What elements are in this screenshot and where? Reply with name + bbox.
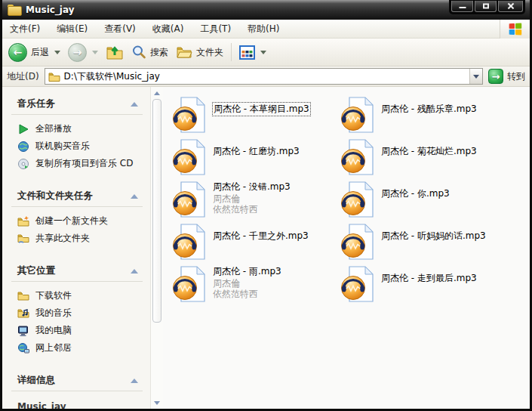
file-tile[interactable]: 周杰伦 - 雨.mp3周杰倫依然范特西	[172, 265, 340, 301]
windows-logo-icon	[509, 23, 522, 36]
file-column: 周杰伦 - 残酷乐章.mp3 周杰伦 - 菊花灿烂.mp3 周杰伦 - 你.mp…	[340, 96, 509, 307]
chevron-up-icon[interactable]	[131, 379, 138, 383]
sidebar-item[interactable]: 下载软件	[11, 287, 143, 304]
menu-item[interactable]: 收藏(A)	[152, 23, 184, 36]
sidebar-item[interactable]: 共享此文件夹	[11, 230, 143, 247]
title-bar[interactable]: Music_jay	[2, 0, 530, 20]
mp3-file-icon	[172, 138, 207, 176]
address-input[interactable]: D:\下载软件\Music_jay	[45, 68, 483, 85]
mp3-file-icon	[340, 181, 375, 218]
file-artist: 周杰倫	[213, 193, 291, 204]
sidebar-item-label: 全部播放	[35, 122, 72, 134]
file-album: 依然范特西	[213, 204, 291, 215]
scroll-up-button[interactable]	[151, 88, 163, 98]
sidebar-item-label: 我的音乐	[35, 307, 72, 319]
globe-icon	[17, 141, 29, 153]
main-area: 音乐任务全部播放联机购买音乐复制所有项目到音乐 CD文件和文件夹任务创建一个新文…	[2, 87, 530, 409]
menu-item[interactable]: 编辑(E)	[57, 23, 88, 36]
file-tile[interactable]: 周杰伦 - 红磨坊.mp3	[172, 138, 340, 175]
file-name[interactable]: 周杰伦 - 没错.mp3	[213, 181, 291, 193]
menu-item[interactable]: 帮助(H)	[248, 23, 279, 36]
section-header[interactable]: 其它位置	[11, 263, 143, 282]
task-pane: 音乐任务全部播放联机购买音乐复制所有项目到音乐 CD文件和文件夹任务创建一个新文…	[2, 87, 150, 409]
search-button[interactable]: 搜索	[131, 45, 168, 60]
go-button[interactable]: → 转到	[488, 69, 525, 84]
file-name[interactable]: 周杰伦 - 走到最后.mp3	[381, 272, 477, 285]
section-header[interactable]: 音乐任务	[11, 96, 143, 115]
file-tile[interactable]: 周杰伦 - 你.mp3	[340, 181, 509, 217]
menu-bar: 文件(F)编辑(E)查看(V)收藏(A)工具(T)帮助(H)	[2, 20, 530, 39]
file-tile[interactable]: 周杰伦 - 本草纲目.mp3	[172, 96, 340, 132]
back-button[interactable]: ← 后退	[8, 43, 60, 62]
chevron-up-icon[interactable]	[131, 269, 138, 273]
mp3-file-icon	[172, 265, 207, 303]
sidebar-item-label: 下载软件	[35, 289, 72, 301]
sidebar-item[interactable]: 复制所有项目到音乐 CD	[11, 155, 143, 172]
search-icon	[131, 45, 146, 60]
address-label: 地址(D)	[7, 70, 39, 83]
file-tile[interactable]: 周杰伦 - 千里之外.mp3	[172, 223, 340, 259]
section-title: 详细信息	[17, 374, 55, 387]
address-folder-icon	[48, 72, 60, 82]
views-icon	[239, 45, 255, 60]
file-name[interactable]: 周杰伦 - 你.mp3	[381, 187, 450, 200]
file-tile[interactable]: 周杰伦 - 残酷乐章.mp3	[340, 96, 509, 132]
scrollbar-thumb[interactable]	[152, 99, 161, 323]
file-tile[interactable]: 周杰伦 - 菊花灿烂.mp3	[340, 138, 509, 175]
sidebar-item[interactable]: 创建一个新文件夹	[11, 212, 143, 230]
views-dropdown-icon[interactable]	[260, 51, 266, 54]
file-tile[interactable]: 周杰伦 - 听妈妈的话.mp3	[340, 223, 509, 259]
maximize-icon	[483, 4, 489, 9]
address-dropdown-button[interactable]	[469, 69, 482, 84]
close-icon	[507, 2, 515, 10]
file-name[interactable]: 周杰伦 - 菊花灿烂.mp3	[381, 145, 477, 158]
minimize-icon	[459, 7, 466, 8]
chevron-up-icon	[154, 91, 160, 95]
mp3-file-icon	[172, 181, 207, 218]
file-name[interactable]: 周杰伦 - 听妈妈的话.mp3	[381, 230, 486, 243]
file-text: 周杰伦 - 本草纲目.mp3	[213, 96, 310, 116]
share-folder-icon	[17, 233, 29, 245]
file-name[interactable]: 周杰伦 - 千里之外.mp3	[213, 230, 309, 243]
forward-button[interactable]: →	[68, 43, 98, 62]
sidebar-item[interactable]: 我的电脑	[11, 322, 143, 339]
file-name-selected[interactable]: 周杰伦 - 本草纲目.mp3	[213, 103, 310, 116]
sidebar-item[interactable]: 我的音乐	[11, 304, 143, 322]
scroll-down-button[interactable]	[151, 397, 163, 408]
chevron-up-icon[interactable]	[131, 194, 138, 199]
folders-button[interactable]: 文件夹	[176, 45, 223, 60]
sidebar-item[interactable]: 全部播放	[11, 120, 143, 138]
section-title: 文件和文件夹任务	[17, 190, 93, 202]
up-button[interactable]	[106, 43, 124, 61]
folder-up-icon	[106, 43, 124, 61]
menu-item[interactable]: 文件(F)	[10, 23, 40, 36]
mp3-file-icon	[172, 223, 207, 261]
address-value: D:\下载软件\Music_jay	[64, 70, 466, 83]
task-pane-scrollbar[interactable]	[150, 87, 163, 409]
menu-item[interactable]: 工具(T)	[200, 23, 231, 36]
file-name[interactable]: 周杰伦 - 残酷乐章.mp3	[381, 103, 477, 116]
sidebar-section: 详细信息Music_jay文件夹	[11, 372, 143, 409]
chevron-up-icon[interactable]	[131, 102, 138, 107]
file-tile[interactable]: 周杰伦 - 走到最后.mp3	[340, 265, 509, 301]
sidebar-item[interactable]: 联机购买音乐	[11, 138, 143, 155]
sidebar-section: 其它位置下载软件我的音乐我的电脑网上邻居	[11, 263, 143, 357]
section-header[interactable]: 文件和文件夹任务	[11, 188, 143, 207]
file-name[interactable]: 周杰伦 - 雨.mp3	[213, 265, 281, 278]
file-name[interactable]: 周杰伦 - 红磨坊.mp3	[213, 145, 300, 158]
file-tile[interactable]: 周杰伦 - 没错.mp3周杰倫依然范特西	[172, 181, 340, 217]
forward-dropdown-icon	[92, 51, 98, 54]
section-header[interactable]: 详细信息	[11, 372, 143, 391]
sidebar-item[interactable]: 网上邻居	[11, 339, 143, 357]
maximize-button[interactable]	[475, 1, 497, 12]
minimize-button[interactable]	[451, 1, 473, 12]
file-text: 周杰伦 - 你.mp3	[381, 181, 450, 200]
views-button[interactable]	[239, 45, 266, 60]
back-dropdown-icon[interactable]	[54, 51, 60, 54]
search-label: 搜索	[150, 46, 168, 59]
close-button[interactable]	[498, 1, 523, 12]
menu-item[interactable]: 查看(V)	[104, 23, 136, 36]
file-list[interactable]: 周杰伦 - 本草纲目.mp3 周杰伦 - 红磨坊.mp3 周杰伦 - 没错.mp…	[163, 87, 530, 409]
sidebar-item-label: 复制所有项目到音乐 CD	[35, 157, 133, 169]
file-text: 周杰伦 - 雨.mp3周杰倫依然范特西	[213, 265, 281, 299]
